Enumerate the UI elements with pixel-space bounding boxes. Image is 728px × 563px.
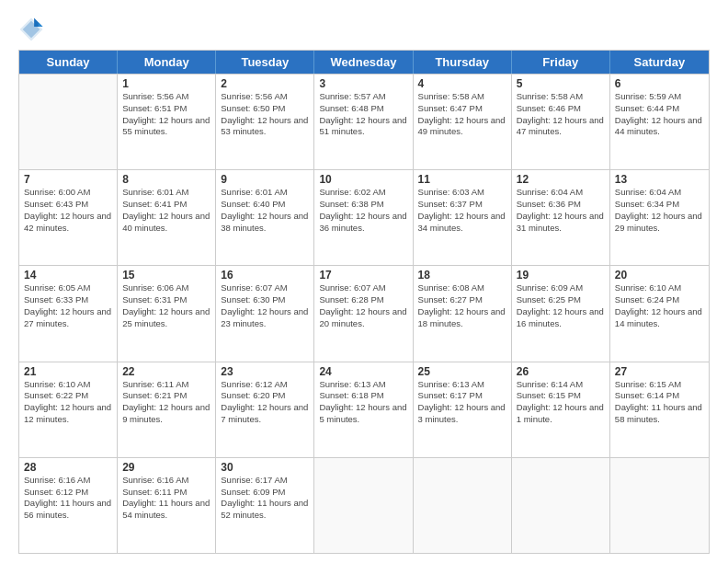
day-info: Sunrise: 6:01 AMSunset: 6:41 PMDaylight:…	[122, 187, 210, 234]
calendar-cell: 15Sunrise: 6:06 AMSunset: 6:31 PMDayligh…	[118, 266, 216, 361]
day-number: 4	[418, 77, 506, 90]
page: SundayMondayTuesdayWednesdayThursdayFrid…	[0, 0, 728, 563]
day-info: Sunrise: 5:56 AMSunset: 6:51 PMDaylight:…	[122, 91, 210, 138]
day-info: Sunrise: 6:10 AMSunset: 6:22 PMDaylight:…	[24, 379, 112, 426]
calendar-day-header: Sunday	[19, 51, 118, 74]
day-info: Sunrise: 6:04 AMSunset: 6:36 PMDaylight:…	[517, 187, 605, 234]
logo	[18, 17, 48, 42]
day-info: Sunrise: 6:13 AMSunset: 6:17 PMDaylight:…	[418, 379, 506, 426]
day-number: 2	[221, 77, 309, 90]
calendar-cell: 23Sunrise: 6:12 AMSunset: 6:20 PMDayligh…	[216, 362, 314, 457]
day-info: Sunrise: 6:06 AMSunset: 6:31 PMDaylight:…	[122, 282, 210, 329]
calendar-cell: 17Sunrise: 6:07 AMSunset: 6:28 PMDayligh…	[314, 266, 413, 361]
calendar-day-header: Thursday	[414, 51, 512, 74]
day-number: 22	[122, 365, 210, 378]
day-number: 12	[517, 173, 605, 186]
calendar-cell	[19, 75, 118, 169]
day-number: 27	[615, 365, 704, 378]
calendar-cell: 19Sunrise: 6:09 AMSunset: 6:25 PMDayligh…	[512, 266, 610, 361]
day-number: 17	[319, 269, 407, 282]
day-number: 3	[319, 77, 407, 90]
day-info: Sunrise: 6:16 AMSunset: 6:11 PMDaylight:…	[122, 475, 210, 522]
day-info: Sunrise: 6:14 AMSunset: 6:15 PMDaylight:…	[517, 379, 605, 426]
calendar-cell: 28Sunrise: 6:16 AMSunset: 6:12 PMDayligh…	[19, 458, 118, 553]
day-number: 6	[615, 77, 704, 90]
day-info: Sunrise: 6:16 AMSunset: 6:12 PMDaylight:…	[24, 475, 112, 522]
day-info: Sunrise: 6:01 AMSunset: 6:40 PMDaylight:…	[221, 187, 309, 234]
calendar-cell: 4Sunrise: 5:58 AMSunset: 6:47 PMDaylight…	[414, 75, 512, 169]
day-number: 10	[319, 173, 407, 186]
day-number: 26	[517, 365, 605, 378]
day-info: Sunrise: 5:59 AMSunset: 6:44 PMDaylight:…	[615, 91, 704, 138]
calendar-cell: 24Sunrise: 6:13 AMSunset: 6:18 PMDayligh…	[314, 362, 413, 457]
day-info: Sunrise: 5:57 AMSunset: 6:48 PMDaylight:…	[319, 91, 407, 138]
calendar-cell	[512, 458, 610, 553]
day-info: Sunrise: 6:00 AMSunset: 6:43 PMDaylight:…	[24, 187, 112, 234]
day-info: Sunrise: 6:12 AMSunset: 6:20 PMDaylight:…	[221, 379, 309, 426]
day-info: Sunrise: 6:08 AMSunset: 6:27 PMDaylight:…	[418, 282, 506, 329]
header	[18, 17, 710, 42]
calendar-cell: 16Sunrise: 6:07 AMSunset: 6:30 PMDayligh…	[216, 266, 314, 361]
day-number: 13	[615, 173, 704, 186]
calendar-cell: 21Sunrise: 6:10 AMSunset: 6:22 PMDayligh…	[19, 362, 118, 457]
calendar-cell	[314, 458, 413, 553]
day-number: 18	[418, 269, 506, 282]
day-info: Sunrise: 6:13 AMSunset: 6:18 PMDaylight:…	[319, 379, 407, 426]
calendar-week-1: 1Sunrise: 5:56 AMSunset: 6:51 PMDaylight…	[19, 74, 709, 169]
calendar-cell: 26Sunrise: 6:14 AMSunset: 6:15 PMDayligh…	[512, 362, 610, 457]
calendar-header-row: SundayMondayTuesdayWednesdayThursdayFrid…	[19, 51, 709, 74]
calendar-day-header: Monday	[118, 51, 216, 74]
calendar-cell: 2Sunrise: 5:56 AMSunset: 6:50 PMDaylight…	[216, 75, 314, 169]
day-info: Sunrise: 6:17 AMSunset: 6:09 PMDaylight:…	[221, 475, 309, 522]
day-number: 8	[122, 173, 210, 186]
calendar: SundayMondayTuesdayWednesdayThursdayFrid…	[18, 50, 710, 554]
calendar-cell: 18Sunrise: 6:08 AMSunset: 6:27 PMDayligh…	[414, 266, 512, 361]
day-number: 9	[221, 173, 309, 186]
calendar-day-header: Wednesday	[314, 51, 413, 74]
calendar-week-5: 28Sunrise: 6:16 AMSunset: 6:12 PMDayligh…	[19, 457, 709, 553]
day-number: 21	[24, 365, 112, 378]
day-number: 15	[122, 269, 210, 282]
day-number: 19	[517, 269, 605, 282]
day-info: Sunrise: 6:09 AMSunset: 6:25 PMDaylight:…	[517, 282, 605, 329]
day-info: Sunrise: 6:11 AMSunset: 6:21 PMDaylight:…	[122, 379, 210, 426]
calendar-cell: 14Sunrise: 6:05 AMSunset: 6:33 PMDayligh…	[19, 266, 118, 361]
calendar-cell: 9Sunrise: 6:01 AMSunset: 6:40 PMDaylight…	[216, 170, 314, 265]
day-info: Sunrise: 6:07 AMSunset: 6:28 PMDaylight:…	[319, 282, 407, 329]
day-info: Sunrise: 6:05 AMSunset: 6:33 PMDaylight:…	[24, 282, 112, 329]
calendar-cell: 29Sunrise: 6:16 AMSunset: 6:11 PMDayligh…	[118, 458, 216, 553]
day-info: Sunrise: 5:58 AMSunset: 6:47 PMDaylight:…	[418, 91, 506, 138]
day-info: Sunrise: 5:58 AMSunset: 6:46 PMDaylight:…	[517, 91, 605, 138]
day-number: 24	[319, 365, 407, 378]
day-info: Sunrise: 5:56 AMSunset: 6:50 PMDaylight:…	[221, 91, 309, 138]
day-number: 16	[221, 269, 309, 282]
day-number: 14	[24, 269, 112, 282]
calendar-cell: 1Sunrise: 5:56 AMSunset: 6:51 PMDaylight…	[118, 75, 216, 169]
calendar-cell: 13Sunrise: 6:04 AMSunset: 6:34 PMDayligh…	[610, 170, 709, 265]
calendar-cell: 7Sunrise: 6:00 AMSunset: 6:43 PMDaylight…	[19, 170, 118, 265]
calendar-cell: 6Sunrise: 5:59 AMSunset: 6:44 PMDaylight…	[610, 75, 709, 169]
calendar-cell	[414, 458, 512, 553]
day-number: 25	[418, 365, 506, 378]
day-number: 5	[517, 77, 605, 90]
day-number: 29	[122, 461, 210, 474]
day-number: 20	[615, 269, 704, 282]
day-number: 1	[122, 77, 210, 90]
logo-icon	[18, 17, 44, 42]
calendar-cell: 25Sunrise: 6:13 AMSunset: 6:17 PMDayligh…	[414, 362, 512, 457]
calendar-day-header: Friday	[512, 51, 610, 74]
day-info: Sunrise: 6:03 AMSunset: 6:37 PMDaylight:…	[418, 187, 506, 234]
day-info: Sunrise: 6:10 AMSunset: 6:24 PMDaylight:…	[615, 282, 704, 329]
day-number: 28	[24, 461, 112, 474]
day-info: Sunrise: 6:07 AMSunset: 6:30 PMDaylight:…	[221, 282, 309, 329]
day-number: 23	[221, 365, 309, 378]
calendar-day-header: Saturday	[610, 51, 709, 74]
day-number: 7	[24, 173, 112, 186]
calendar-cell: 12Sunrise: 6:04 AMSunset: 6:36 PMDayligh…	[512, 170, 610, 265]
calendar-cell: 8Sunrise: 6:01 AMSunset: 6:41 PMDaylight…	[118, 170, 216, 265]
calendar-cell: 27Sunrise: 6:15 AMSunset: 6:14 PMDayligh…	[610, 362, 709, 457]
day-info: Sunrise: 6:04 AMSunset: 6:34 PMDaylight:…	[615, 187, 704, 234]
day-number: 30	[221, 461, 309, 474]
calendar-cell: 30Sunrise: 6:17 AMSunset: 6:09 PMDayligh…	[216, 458, 314, 553]
calendar-body: 1Sunrise: 5:56 AMSunset: 6:51 PMDaylight…	[19, 74, 709, 553]
